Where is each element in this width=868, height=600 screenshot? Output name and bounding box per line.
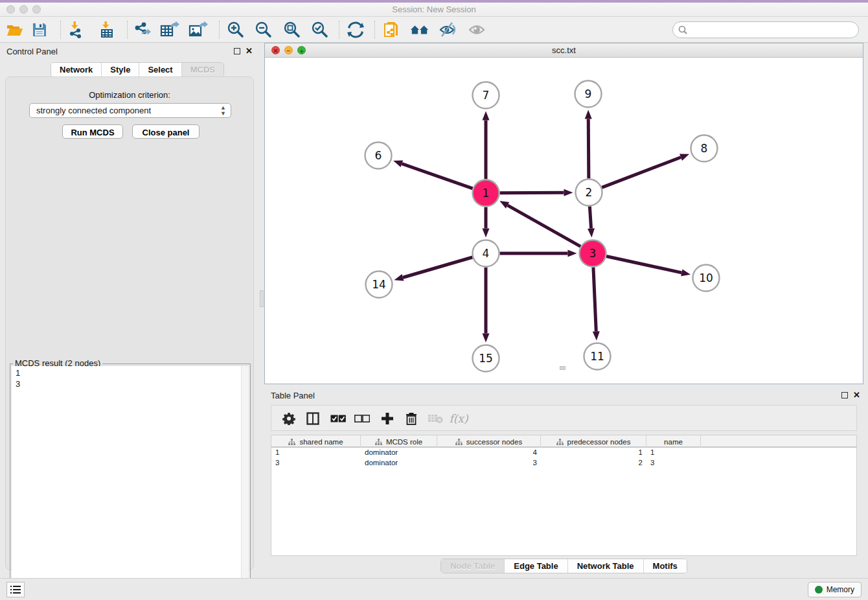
tab-motifs[interactable]: Motifs <box>644 559 687 573</box>
edge-3-10[interactable] <box>606 257 681 273</box>
network-graph: 7968124314101511 <box>265 58 863 384</box>
column-header-shared-name[interactable]: shared name <box>271 435 361 448</box>
toolbar-separator <box>60 21 61 39</box>
table-cell[interactable]: 1 <box>541 448 646 458</box>
save-floppy-icon <box>32 23 47 37</box>
tab-edge-table[interactable]: Edge Table <box>505 559 567 573</box>
network-view-window: ✕ − ＋ scc.txt 7968124314101511 <box>264 43 863 384</box>
search-field[interactable] <box>672 21 859 38</box>
clone-network-button[interactable] <box>382 20 402 40</box>
edge-1-6[interactable] <box>402 164 472 189</box>
edge-4-14[interactable] <box>403 257 472 277</box>
tab-node-table[interactable]: Node Table <box>441 559 505 573</box>
table-settings-button[interactable] <box>279 409 299 428</box>
node-label-4: 4 <box>483 247 490 260</box>
table-row[interactable]: 1dominator411 <box>271 448 856 458</box>
zoom-in-button[interactable] <box>225 20 245 40</box>
network-canvas[interactable]: 7968124314101511 <box>265 58 863 384</box>
hierarchy-icon <box>288 439 295 445</box>
node-label-11: 11 <box>590 350 604 363</box>
edge-2-8[interactable] <box>602 157 681 188</box>
tab-style[interactable]: Style <box>102 63 139 76</box>
table-cell[interactable]: 3 <box>271 458 361 468</box>
delete-table-button-disabled <box>426 409 445 428</box>
delete-table-icon <box>428 413 443 424</box>
tab-network[interactable]: Network <box>51 63 102 76</box>
zoom-fit-button[interactable] <box>282 20 301 40</box>
export-table-button[interactable] <box>160 20 179 40</box>
zoom-out-button[interactable] <box>253 20 273 40</box>
tab-select[interactable]: Select <box>139 63 181 76</box>
import-network-button[interactable] <box>66 20 86 40</box>
network-overview-button[interactable] <box>410 20 429 40</box>
delete-column-button[interactable] <box>402 409 421 428</box>
run-mcds-button[interactable]: Run MCDS <box>62 124 123 139</box>
hide-panel-eye-button[interactable] <box>438 20 457 40</box>
column-header-MCDS-role[interactable]: MCDS role <box>361 435 437 448</box>
memory-button[interactable]: Memory <box>808 582 862 597</box>
table-row[interactable]: 3dominator323 <box>271 458 856 468</box>
panel-splitter-handle[interactable] <box>260 290 264 307</box>
open-session-button[interactable] <box>5 20 25 40</box>
network-window-title: scc.txt <box>265 45 863 55</box>
close-table-panel-icon[interactable]: ✕ <box>853 390 860 400</box>
edge-2-9[interactable] <box>588 119 589 178</box>
table-cell[interactable]: 1 <box>646 448 701 458</box>
table-cell[interactable]: 3 <box>437 458 541 468</box>
toolbar-separator <box>219 21 220 39</box>
edge-2-3[interactable] <box>589 206 591 228</box>
export-network-button[interactable] <box>132 20 152 40</box>
zoom-selected-button[interactable] <box>310 20 329 40</box>
edge-3-1[interactable] <box>508 205 581 247</box>
node-label-8: 8 <box>701 142 708 155</box>
table-cell[interactable]: dominator <box>361 458 437 468</box>
close-panel-icon[interactable]: ✕ <box>246 46 253 56</box>
table-cell[interactable]: 4 <box>437 448 541 458</box>
edge-arrowhead <box>483 111 490 121</box>
mcds-result-text[interactable]: 1 3 <box>12 366 242 600</box>
columns-icon <box>306 412 319 425</box>
import-table-button[interactable] <box>97 20 117 40</box>
add-column-button[interactable] <box>378 409 397 428</box>
table-cell[interactable]: dominator <box>361 448 437 458</box>
table-cell[interactable]: 2 <box>541 458 646 468</box>
edge-3-11[interactable] <box>593 267 596 331</box>
select-all-button[interactable] <box>328 409 348 428</box>
show-columns-button[interactable] <box>303 409 323 428</box>
optimization-criterion-label: Optimization criterion: <box>6 90 253 100</box>
node-label-1: 1 <box>483 187 490 200</box>
column-header-successor-nodes[interactable]: successor nodes <box>437 435 541 448</box>
table-cell[interactable]: 1 <box>271 448 361 458</box>
edge-arrowhead <box>588 228 595 237</box>
save-session-button[interactable] <box>30 20 49 40</box>
edge-1-2[interactable] <box>499 192 564 193</box>
canvas-scroll-thumb[interactable] <box>560 366 565 370</box>
deselect-all-button[interactable] <box>352 409 372 428</box>
refresh-layout-button[interactable] <box>346 20 365 40</box>
select-stepper-icon: ▲▼ <box>220 105 226 117</box>
mcds-result-box: MCDS result (2 nodes) 1 3 <box>10 363 251 600</box>
column-header-name[interactable]: name <box>646 435 701 448</box>
node-label-2: 2 <box>586 186 593 199</box>
optimization-criterion-select[interactable]: strongly connected component ▲▼ <box>29 103 231 118</box>
tab-mcds[interactable]: MCDS <box>182 63 223 76</box>
tab-network-table[interactable]: Network Table <box>568 559 644 573</box>
float-panel-icon[interactable] <box>234 48 240 54</box>
export-image-button[interactable] <box>188 20 208 40</box>
network-window-titlebar: ✕ − ＋ scc.txt <box>265 43 863 58</box>
edge-arrowhead <box>393 161 403 167</box>
close-panel-button[interactable]: Close panel <box>132 124 200 139</box>
edge-arrowhead <box>593 331 600 340</box>
mcds-result-scrollbar[interactable] <box>241 366 249 600</box>
task-history-button[interactable] <box>6 582 25 597</box>
mcds-panel-body: Optimization criterion: strongly connect… <box>5 76 254 570</box>
table-panel-header: Table Panel ✕ <box>264 387 863 404</box>
column-header-predecessor-nodes[interactable]: predecessor nodes <box>541 435 646 448</box>
search-input[interactable] <box>691 25 852 34</box>
toolbar-separator <box>127 21 128 39</box>
float-table-panel-icon[interactable] <box>841 392 848 398</box>
table-cell[interactable]: 3 <box>646 458 701 468</box>
node-label-3: 3 <box>589 247 597 260</box>
node-label-6: 6 <box>375 149 382 162</box>
toolbar-separator <box>339 21 339 39</box>
